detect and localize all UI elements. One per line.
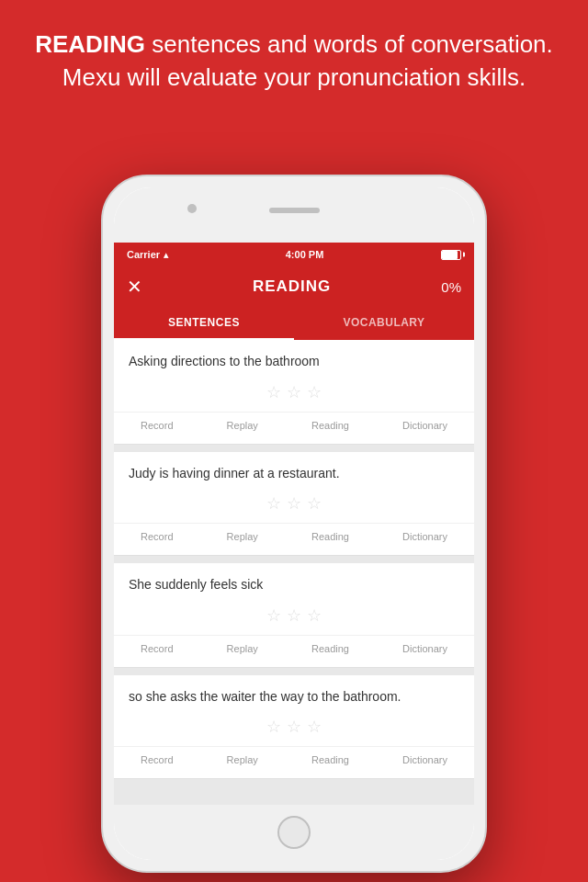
star-4-3[interactable]: ☆ — [307, 717, 322, 737]
sentence-text-1: Asking directions to the bathroom — [114, 340, 474, 379]
star-1-2[interactable]: ☆ — [287, 382, 301, 402]
dictionary-btn-3[interactable]: Dictionary — [397, 641, 453, 656]
dictionary-btn-1[interactable]: Dictionary — [397, 418, 453, 433]
separator-1 — [114, 445, 474, 452]
sentences-list: Asking directions to the bathroom ☆ ☆ ☆ … — [114, 340, 474, 806]
home-button[interactable] — [277, 816, 311, 849]
hero-reading-word: READING — [35, 30, 145, 58]
replay-btn-1[interactable]: Replay — [221, 418, 264, 433]
wifi-icon: ▴ — [164, 250, 168, 260]
actions-row-2: Record Replay Reading Dictionary — [114, 523, 474, 555]
reading-btn-2[interactable]: Reading — [306, 529, 355, 544]
actions-row-4: Record Replay Reading Dictionary — [114, 746, 474, 778]
replay-btn-2[interactable]: Replay — [221, 529, 264, 544]
phone-bezel-bottom — [114, 805, 474, 860]
star-2-2[interactable]: ☆ — [287, 493, 301, 514]
record-btn-1[interactable]: Record — [135, 418, 178, 433]
dictionary-btn-4[interactable]: Dictionary — [397, 752, 453, 767]
battery-icon — [441, 250, 461, 260]
phone-shell: Carrier ▴ 4:00 PM ✕ READING 0% SE — [101, 175, 487, 873]
star-1-3[interactable]: ☆ — [307, 382, 322, 402]
carrier-label: Carrier — [127, 249, 160, 260]
record-btn-2[interactable]: Record — [135, 529, 178, 544]
separator-3 — [114, 668, 474, 675]
phone-screen: Carrier ▴ 4:00 PM ✕ READING 0% SE — [114, 187, 474, 860]
actions-row-1: Record Replay Reading Dictionary — [114, 412, 474, 444]
stars-row-4: ☆ ☆ ☆ — [114, 713, 474, 741]
speaker — [269, 208, 320, 213]
star-4-2[interactable]: ☆ — [287, 717, 301, 737]
battery-fill — [442, 251, 458, 259]
sentence-text-4: so she asks the waiter the way to the ba… — [114, 675, 474, 714]
reading-btn-3[interactable]: Reading — [306, 641, 355, 656]
tabs-bar: SENTENCES VOCABULARY — [114, 307, 474, 340]
sentence-card-3: She suddenly feels sick ☆ ☆ ☆ Record Rep… — [114, 563, 474, 668]
star-3-1[interactable]: ☆ — [266, 605, 281, 626]
star-2-1[interactable]: ☆ — [266, 493, 281, 514]
star-2-3[interactable]: ☆ — [307, 493, 322, 514]
separator-2 — [114, 556, 474, 563]
camera — [187, 204, 197, 213]
screen-content: Carrier ▴ 4:00 PM ✕ READING 0% SE — [114, 243, 474, 860]
stars-row-1: ☆ ☆ ☆ — [114, 379, 474, 406]
progress-percent: 0% — [441, 279, 461, 295]
app-header: ✕ READING 0% — [114, 266, 474, 307]
actions-row-3: Record Replay Reading Dictionary — [114, 635, 474, 667]
sentence-card-2: Judy is having dinner at a restaurant. ☆… — [114, 452, 474, 557]
phone-bezel-top — [114, 187, 474, 243]
record-btn-4[interactable]: Record — [135, 752, 178, 767]
star-4-1[interactable]: ☆ — [266, 717, 281, 737]
stars-row-3: ☆ ☆ ☆ — [114, 602, 474, 629]
sentence-card-1: Asking directions to the bathroom ☆ ☆ ☆ … — [114, 340, 474, 445]
star-1-1[interactable]: ☆ — [266, 382, 281, 402]
star-3-2[interactable]: ☆ — [287, 605, 301, 626]
dictionary-btn-2[interactable]: Dictionary — [397, 529, 453, 544]
status-bar: Carrier ▴ 4:00 PM — [114, 243, 474, 266]
record-btn-3[interactable]: Record — [135, 641, 178, 656]
sentence-card-4: so she asks the waiter the way to the ba… — [114, 675, 474, 780]
sentence-text-2: Judy is having dinner at a restaurant. — [114, 452, 474, 491]
stars-row-2: ☆ ☆ ☆ — [114, 490, 474, 517]
status-right — [441, 250, 461, 260]
close-button[interactable]: ✕ — [127, 276, 142, 298]
tab-sentences[interactable]: SENTENCES — [114, 307, 294, 340]
reading-btn-4[interactable]: Reading — [306, 752, 355, 767]
replay-btn-3[interactable]: Replay — [221, 641, 264, 656]
status-time: 4:00 PM — [286, 249, 324, 260]
tab-vocabulary[interactable]: VOCABULARY — [294, 307, 474, 340]
star-3-3[interactable]: ☆ — [307, 605, 322, 626]
status-left: Carrier ▴ — [127, 249, 168, 260]
reading-btn-1[interactable]: Reading — [306, 418, 355, 433]
replay-btn-4[interactable]: Replay — [221, 752, 264, 767]
app-title: READING — [253, 277, 331, 296]
sentence-text-3: She suddenly feels sick — [114, 563, 474, 602]
hero-text: READING sentences and words of conversat… — [28, 28, 560, 95]
